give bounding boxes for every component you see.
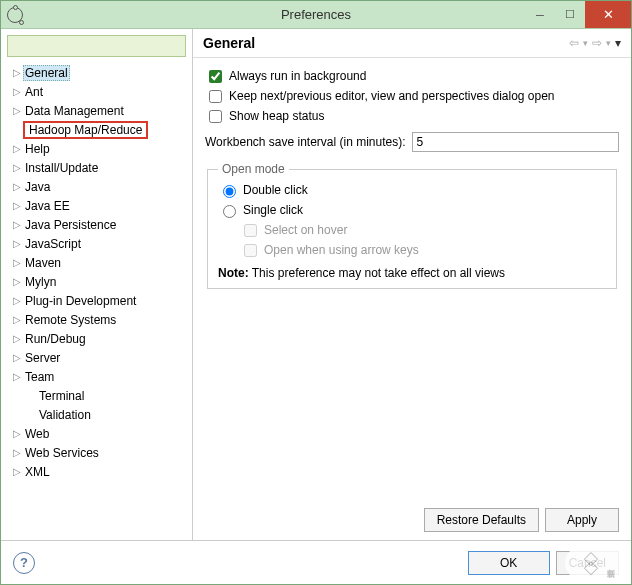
expand-icon[interactable]: ▷ (11, 428, 23, 439)
expand-icon[interactable]: ▷ (11, 257, 23, 268)
always-run-bg-checkbox[interactable] (209, 70, 222, 83)
title-bar: Preferences ─ ☐ ✕ (1, 1, 631, 29)
tree-item[interactable]: ▷XML (11, 462, 186, 481)
tree-item[interactable]: ▷Plug-in Development (11, 291, 186, 310)
expand-icon[interactable]: ▷ (11, 447, 23, 458)
expand-icon[interactable]: ▷ (11, 295, 23, 306)
tree-item-label: XML (23, 465, 52, 479)
tree-item[interactable]: ▷Web (11, 424, 186, 443)
select-on-hover-row: Select on hover (240, 220, 606, 240)
tree-item-label: Help (23, 142, 52, 156)
restore-defaults-button[interactable]: Restore Defaults (424, 508, 539, 532)
page-nav: ⇦▾ ⇨▾ ▾ (569, 36, 621, 50)
tree-item[interactable]: ▷General (11, 63, 186, 82)
maximize-button[interactable]: ☐ (555, 1, 585, 28)
preferences-page: General ⇦▾ ⇨▾ ▾ Always run in background… (193, 29, 631, 540)
expand-icon[interactable]: ▷ (11, 67, 23, 78)
tree-item-label: Web (23, 427, 51, 441)
tree-item[interactable]: ▷JavaScript (11, 234, 186, 253)
expand-icon[interactable]: ▷ (11, 105, 23, 116)
save-interval-row: Workbench save interval (in minutes): (205, 132, 619, 152)
show-heap-checkbox[interactable] (209, 110, 222, 123)
tree-item[interactable]: ▷Help (11, 139, 186, 158)
tree-item-label: Install/Update (23, 161, 100, 175)
expand-icon[interactable]: ▷ (11, 162, 23, 173)
expand-icon[interactable]: ▷ (11, 333, 23, 344)
dialog-button-bar: ? OK Cancel (1, 540, 631, 584)
tree-item[interactable]: Terminal (11, 386, 186, 405)
single-click-row[interactable]: Single click (218, 200, 606, 220)
tree-item-label: Validation (37, 408, 93, 422)
tree-item[interactable]: ▷Ant (11, 82, 186, 101)
keep-editor-checkbox[interactable] (209, 90, 222, 103)
tree-item-label: Java EE (23, 199, 72, 213)
ok-button[interactable]: OK (468, 551, 550, 575)
show-heap-row[interactable]: Show heap status (205, 106, 619, 126)
apply-button[interactable]: Apply (545, 508, 619, 532)
category-tree[interactable]: ▷General▷Ant▷Data ManagementHadoop Map/R… (7, 63, 186, 534)
app-icon (7, 7, 23, 23)
expand-icon[interactable]: ▷ (11, 143, 23, 154)
always-run-bg-row[interactable]: Always run in background (205, 66, 619, 86)
back-menu-icon[interactable]: ▾ (583, 38, 588, 48)
tree-item[interactable]: ▷Mylyn (11, 272, 186, 291)
save-interval-input[interactable] (412, 132, 619, 152)
expand-icon[interactable]: ▷ (11, 200, 23, 211)
filter-input[interactable] (8, 36, 185, 56)
always-run-bg-label: Always run in background (229, 69, 366, 83)
open-arrow-keys-row: Open when using arrow keys (240, 240, 606, 260)
minimize-button[interactable]: ─ (525, 1, 555, 28)
single-click-suboptions: Select on hover Open when using arrow ke… (218, 220, 606, 260)
tree-item[interactable]: ▷Java Persistence (11, 215, 186, 234)
tree-item-label: Mylyn (23, 275, 58, 289)
tree-item[interactable]: ▷Web Services (11, 443, 186, 462)
page-body: Always run in background Keep next/previ… (193, 58, 631, 500)
forward-menu-icon[interactable]: ▾ (606, 38, 611, 48)
watermark-logo: 创新互联 (565, 546, 627, 580)
tree-item[interactable]: Validation (11, 405, 186, 424)
keep-editor-row[interactable]: Keep next/previous editor, view and pers… (205, 86, 619, 106)
expand-icon[interactable]: ▷ (11, 371, 23, 382)
expand-icon[interactable]: ▷ (11, 352, 23, 363)
page-footer: Restore Defaults Apply (193, 500, 631, 540)
menu-icon[interactable]: ▾ (615, 36, 621, 50)
tree-item-label: Maven (23, 256, 63, 270)
expand-icon[interactable]: ▷ (11, 219, 23, 230)
expand-icon[interactable]: ▷ (11, 181, 23, 192)
category-tree-pane: ▷General▷Ant▷Data ManagementHadoop Map/R… (1, 29, 193, 540)
expand-icon[interactable]: ▷ (11, 314, 23, 325)
help-icon[interactable]: ? (13, 552, 35, 574)
window-controls: ─ ☐ ✕ (525, 1, 631, 28)
tree-item[interactable]: ▷Java EE (11, 196, 186, 215)
double-click-radio[interactable] (223, 185, 236, 198)
expand-icon[interactable]: ▷ (11, 276, 23, 287)
tree-item[interactable]: Hadoop Map/Reduce (11, 120, 186, 139)
expand-icon[interactable]: ▷ (11, 86, 23, 97)
back-icon[interactable]: ⇦ (569, 36, 579, 50)
single-click-radio[interactable] (223, 205, 236, 218)
tree-item-label: Team (23, 370, 56, 384)
forward-icon[interactable]: ⇨ (592, 36, 602, 50)
double-click-label: Double click (243, 183, 308, 197)
tree-item[interactable]: ▷Maven (11, 253, 186, 272)
tree-item[interactable]: ▷Java (11, 177, 186, 196)
tree-item-label: Terminal (37, 389, 86, 403)
select-on-hover-checkbox (244, 224, 257, 237)
close-button[interactable]: ✕ (585, 1, 631, 28)
tree-item[interactable]: ▷Run/Debug (11, 329, 186, 348)
tree-item[interactable]: ▷Data Management (11, 101, 186, 120)
content-area: ▷General▷Ant▷Data ManagementHadoop Map/R… (1, 29, 631, 540)
tree-item[interactable]: ▷Server (11, 348, 186, 367)
select-on-hover-label: Select on hover (264, 223, 347, 237)
save-interval-label: Workbench save interval (in minutes): (205, 135, 406, 149)
open-arrow-keys-checkbox (244, 244, 257, 257)
tree-item[interactable]: ▷Team (11, 367, 186, 386)
tree-item[interactable]: ▷Install/Update (11, 158, 186, 177)
tree-item[interactable]: ▷Remote Systems (11, 310, 186, 329)
expand-icon[interactable]: ▷ (11, 466, 23, 477)
tree-item-label: Java Persistence (23, 218, 118, 232)
tree-item-label: Ant (23, 85, 45, 99)
double-click-row[interactable]: Double click (218, 180, 606, 200)
expand-icon[interactable]: ▷ (11, 238, 23, 249)
open-arrow-keys-label: Open when using arrow keys (264, 243, 419, 257)
